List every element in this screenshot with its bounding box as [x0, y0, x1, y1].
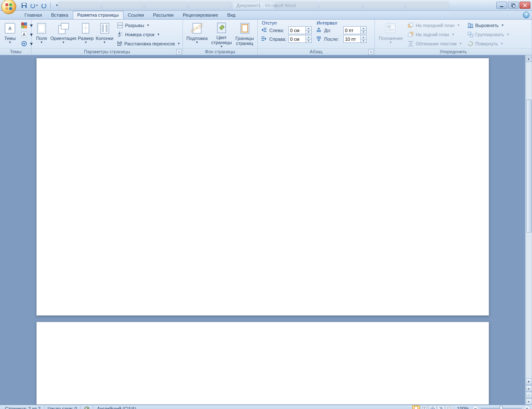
- scroll-thumb[interactable]: [526, 99, 532, 233]
- size-button[interactable]: Размер▼: [77, 20, 95, 48]
- page-setup-dialog-launcher[interactable]: [176, 49, 182, 55]
- indent-right-label: Справа:: [269, 37, 287, 42]
- send-back-icon: [407, 31, 414, 38]
- bring-to-front-button[interactable]: На передний план▼: [406, 21, 463, 30]
- tab-mailings[interactable]: Рассылки: [148, 11, 178, 19]
- scroll-track[interactable]: [526, 62, 532, 378]
- svg-rect-76: [448, 408, 451, 408]
- outline-view-button[interactable]: [437, 405, 445, 409]
- proofing-button[interactable]: [81, 405, 94, 409]
- vertical-scrollbar[interactable]: ▲ ▼ ▴ ○ ▾: [525, 55, 532, 405]
- svg-point-3: [9, 7, 12, 10]
- svg-rect-30: [118, 26, 123, 28]
- position-button[interactable]: Положение▼: [377, 20, 405, 48]
- line-numbers-button[interactable]: 12Номера строк▼: [115, 30, 180, 39]
- maximize-button[interactable]: [508, 2, 519, 9]
- document-page-1[interactable]: [36, 58, 489, 316]
- undo-icon[interactable]: ▼: [30, 1, 39, 10]
- page-indicator[interactable]: Страница: 2 из 2: [2, 405, 44, 409]
- previous-page-button[interactable]: ▴: [526, 385, 532, 392]
- scroll-down-button[interactable]: ▼: [526, 378, 532, 385]
- zoom-out-button[interactable]: −: [472, 405, 479, 409]
- spacing-before-spinner[interactable]: ▲▼: [343, 26, 367, 34]
- page-borders-button[interactable]: Границы страниц: [234, 20, 256, 48]
- svg-rect-27: [102, 25, 104, 32]
- zoom-controls: 100% − +: [456, 405, 530, 409]
- group-page-setup: Поля▼ Ориентация▼ Размер▼ Колонки▼ Разры…: [32, 20, 183, 55]
- line-numbers-icon: 12: [117, 31, 123, 38]
- save-icon[interactable]: [20, 1, 29, 10]
- document-scroll-area[interactable]: [0, 55, 525, 405]
- svg-point-20: [23, 43, 25, 45]
- next-page-button[interactable]: ▾: [526, 399, 532, 405]
- draft-view-button[interactable]: [446, 405, 453, 409]
- indent-left-icon: [261, 27, 268, 34]
- office-button[interactable]: [1, 0, 16, 14]
- group-arrange: Положение▼ На передний план▼ На задний п…: [375, 20, 532, 55]
- ribbon: Aa Темы ▼ ▼ A▼ ▼ Темы Поля▼ Ориентация▼: [0, 20, 532, 55]
- columns-icon: [98, 22, 111, 35]
- columns-button[interactable]: Колонки▼: [95, 20, 114, 48]
- full-screen-reading-view-button[interactable]: [421, 405, 428, 409]
- group-label-arrange: Упорядочить: [375, 48, 532, 55]
- language-indicator[interactable]: Английский (США): [94, 405, 139, 409]
- themes-button[interactable]: Aa Темы ▼: [2, 20, 18, 48]
- group-page-background: ОБРАЗЕЦ Подложка▼ Цвет страницы▼ Границы…: [183, 20, 258, 55]
- svg-rect-43: [264, 30, 266, 30]
- spin-up-icon[interactable]: ▲: [306, 27, 311, 30]
- margins-button[interactable]: Поля▼: [33, 20, 50, 48]
- svg-rect-55: [387, 30, 394, 31]
- close-button[interactable]: [520, 2, 530, 9]
- zoom-level[interactable]: 100%: [457, 406, 469, 409]
- rotate-button[interactable]: Повернуть▼: [466, 39, 511, 48]
- spacing-after-spinner[interactable]: ▲▼: [343, 35, 367, 43]
- page-color-button[interactable]: Цвет страницы▼: [209, 20, 234, 48]
- web-layout-view-button[interactable]: [429, 405, 436, 409]
- document-workspace: ▲ ▼ ▴ ○ ▾: [0, 55, 532, 405]
- svg-rect-60: [409, 42, 412, 45]
- tab-home[interactable]: Главная: [20, 11, 47, 19]
- help-button[interactable]: ?: [523, 12, 530, 18]
- document-page-2[interactable]: [36, 322, 489, 405]
- hyphenation-button[interactable]: bēРасстановка переносов▼: [115, 39, 180, 48]
- tab-insert[interactable]: Вставка: [47, 11, 73, 19]
- zoom-slider-handle[interactable]: [500, 406, 503, 409]
- watermark-button[interactable]: ОБРАЗЕЦ Подложка▼: [185, 20, 209, 48]
- svg-rect-36: [117, 45, 121, 46]
- tab-view[interactable]: Вид: [223, 11, 240, 19]
- paragraph-dialog-launcher[interactable]: [368, 49, 374, 55]
- spacing-after-input[interactable]: [344, 35, 360, 42]
- send-to-back-button[interactable]: На задний план▼: [406, 30, 463, 39]
- text-wrapping-button[interactable]: Обтекание текстом▼: [406, 39, 463, 48]
- select-browse-object-button[interactable]: ○: [526, 392, 532, 398]
- orientation-button[interactable]: Ориентация▼: [50, 20, 77, 48]
- svg-rect-68: [414, 407, 418, 409]
- background-browser-tabs: [58, 0, 449, 11]
- indent-left-input[interactable]: [289, 27, 305, 34]
- tab-review[interactable]: Рецензирование: [178, 11, 223, 19]
- proofing-icon: [84, 406, 90, 409]
- zoom-in-button[interactable]: +: [524, 405, 530, 409]
- word-count[interactable]: Число слов: 0: [44, 405, 81, 409]
- group-button[interactable]: Группировать▼: [466, 30, 511, 39]
- quick-access-toolbar: ▼ ▼: [20, 1, 62, 10]
- redo-icon[interactable]: [39, 1, 49, 10]
- spin-down-icon[interactable]: ▼: [306, 30, 311, 34]
- indent-left-spinner[interactable]: ▲▼: [288, 26, 312, 34]
- group-label-page-setup: Параметры страницы: [32, 48, 182, 55]
- svg-text:bē: bē: [117, 41, 122, 45]
- print-layout-view-button[interactable]: [412, 405, 420, 409]
- align-button[interactable]: Выровнять▼: [466, 21, 511, 30]
- svg-rect-64: [471, 24, 473, 27]
- tab-page-layout[interactable]: Разметка страницы: [73, 11, 123, 19]
- indent-right-spinner[interactable]: ▲▼: [288, 35, 312, 43]
- spacing-before-input[interactable]: [344, 27, 360, 34]
- minimize-button[interactable]: [496, 2, 507, 9]
- indent-right-input[interactable]: [289, 35, 305, 42]
- text-wrap-icon: [407, 40, 414, 47]
- breaks-button[interactable]: Разрывы▼: [115, 21, 180, 30]
- indent-header: Отступ: [261, 20, 312, 25]
- svg-rect-57: [410, 23, 413, 26]
- tab-references[interactable]: Ссылки: [123, 11, 149, 19]
- split-handle[interactable]: [525, 55, 532, 58]
